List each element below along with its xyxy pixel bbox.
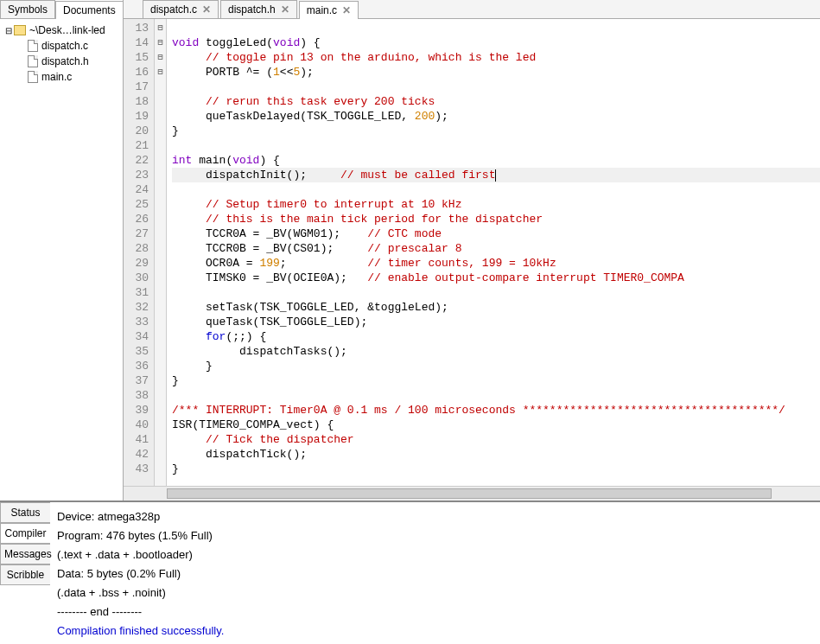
output-tab-status[interactable]: Status	[0, 502, 50, 523]
horizontal-scrollbar[interactable]	[124, 486, 820, 501]
output-line: Data: 5 bytes (0.2% Full)	[57, 564, 813, 583]
file-icon	[28, 40, 38, 52]
output-tab-scribble[interactable]: Scribble	[0, 564, 50, 585]
output-tab-compiler[interactable]: Compiler	[0, 523, 50, 544]
close-icon[interactable]: ✕	[202, 3, 211, 16]
sidebar-tab-documents[interactable]: Documents	[55, 1, 124, 19]
tab-label: dispatch.h	[228, 3, 276, 16]
tree-file[interactable]: dispatch.c	[2, 38, 121, 54]
file-icon	[28, 71, 38, 83]
tab-label: main.c	[307, 4, 337, 16]
folder-icon	[14, 25, 26, 35]
tree-file[interactable]: dispatch.h	[2, 54, 121, 69]
output-line: Compilation finished successfully.	[57, 622, 813, 641]
tab-label: dispatch.c	[150, 3, 197, 16]
file-icon	[28, 55, 38, 67]
output-panel: StatusCompilerMessagesScribble Device: a…	[0, 501, 820, 642]
collapse-icon[interactable]: ⊟	[3, 26, 14, 35]
output-vertical-tabs: StatusCompilerMessagesScribble	[0, 502, 50, 642]
line-number-gutter: 1314151617181920212223242526272829303132…	[124, 19, 155, 486]
file-browser-panel: Symbols Documents ⊟ ~\Desk…link-led disp…	[0, 0, 124, 501]
file-label: dispatch.c	[41, 40, 88, 52]
tree-file[interactable]: main.c	[2, 69, 121, 85]
editor-area: dispatch.c✕dispatch.h✕main.c✕ 1314151617…	[124, 0, 820, 501]
output-tab-messages[interactable]: Messages	[0, 544, 50, 564]
editor-tab[interactable]: dispatch.h✕	[220, 0, 297, 18]
code-content[interactable]: void toggleLed(void) { // toggle pin 13 …	[167, 19, 820, 486]
output-line: (.data + .bss + .noinit)	[57, 583, 813, 603]
sidebar-tab-symbols[interactable]: Symbols	[0, 0, 55, 18]
folder-label: ~\Desk…link-led	[29, 24, 105, 36]
editor-tab[interactable]: dispatch.c✕	[143, 0, 219, 18]
fold-gutter[interactable]: ⊟⊟⊟⊟	[155, 19, 167, 486]
scrollbar-thumb[interactable]	[167, 488, 772, 499]
compiler-output[interactable]: Device: atmega328pProgram: 476 bytes (1.…	[50, 502, 820, 642]
editor-tabs: dispatch.c✕dispatch.h✕main.c✕	[124, 0, 820, 19]
file-label: dispatch.h	[41, 55, 89, 67]
editor-tab[interactable]: main.c✕	[299, 1, 359, 19]
tree-root[interactable]: ⊟ ~\Desk…link-led	[2, 22, 121, 38]
output-line: (.text + .data + .bootloader)	[57, 545, 813, 564]
output-line: -------- end --------	[57, 603, 813, 622]
output-line: Program: 476 bytes (1.5% Full)	[57, 526, 813, 545]
close-icon[interactable]: ✕	[281, 3, 289, 16]
file-tree[interactable]: ⊟ ~\Desk…link-led dispatch.c dispatch.h …	[0, 19, 123, 501]
code-editor[interactable]: 1314151617181920212223242526272829303132…	[124, 19, 820, 486]
sidebar-tabs: Symbols Documents	[0, 0, 123, 19]
file-label: main.c	[41, 71, 72, 83]
output-line: Device: atmega328p	[57, 507, 813, 526]
close-icon[interactable]: ✕	[342, 4, 351, 16]
